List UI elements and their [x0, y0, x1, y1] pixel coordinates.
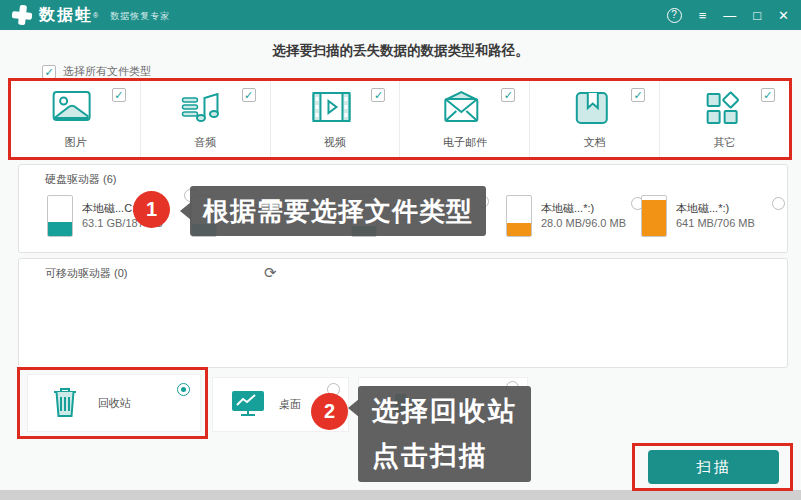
hard-drives-title: 硬盘驱动器 (6): [45, 172, 117, 187]
drive-icon: [506, 195, 532, 237]
drive-size: 28.0 MB/96.0 MB: [541, 216, 626, 231]
minimize-icon[interactable]: —: [723, 9, 736, 22]
drive-5[interactable]: 本地磁...*:) 641 MB/706 MB: [641, 195, 789, 247]
drive-name: 本地磁...*:): [676, 201, 755, 216]
app-name: 数据蛙: [39, 5, 93, 26]
select-all-file-types[interactable]: ✓ 选择所有文件类型: [42, 64, 151, 79]
email-checkbox[interactable]: ✓: [501, 88, 515, 102]
audio-icon: [180, 89, 224, 131]
location-recycle-bin[interactable]: 回收站: [27, 374, 201, 432]
image-icon: [51, 89, 93, 129]
email-icon: [438, 89, 484, 129]
images-checkbox[interactable]: ✓: [112, 88, 126, 102]
file-type-other[interactable]: ✓ 其它: [660, 81, 789, 157]
location-label: 回收站: [98, 396, 131, 411]
other-checkbox[interactable]: ✓: [761, 88, 775, 102]
file-type-row: ✓ 图片 ✓ 音频 ✓ 视频 ✓ 电子邮件: [11, 81, 789, 157]
page-title: 选择要扫描的丢失数据的数据类型和路径。: [0, 42, 801, 60]
file-type-label: 文档: [530, 135, 659, 150]
trash-icon: [48, 383, 82, 423]
recycle-radio[interactable]: [177, 383, 190, 396]
refresh-icon[interactable]: ⟳: [264, 264, 277, 282]
file-type-label: 电子邮件: [400, 135, 529, 150]
annotation-step2-badge: 2: [311, 393, 348, 430]
annotation-step1-badge: 1: [133, 191, 170, 228]
annotation-step2-line1: 选择回收站: [372, 389, 517, 434]
close-icon[interactable]: ✕: [778, 9, 789, 22]
menu-icon[interactable]: ≡: [699, 9, 707, 22]
scan-button[interactable]: 扫描: [648, 450, 779, 484]
drive-name: 本地磁...*:): [541, 201, 626, 216]
file-type-label: 音频: [141, 135, 270, 150]
file-type-email[interactable]: ✓ 电子邮件: [400, 81, 530, 157]
video-icon: [310, 89, 354, 129]
titlebar: 数据蛙 ® 数据恢复专家 ? ≡ — □ ✕: [0, 0, 801, 30]
file-type-video[interactable]: ✓ 视频: [271, 81, 401, 157]
registered-mark: ®: [93, 12, 98, 19]
app-window: 数据蛙 ® 数据恢复专家 ? ≡ — □ ✕ 选择要扫描的丢失数据的数据类型和路…: [0, 0, 801, 500]
drive-size: 641 MB/706 MB: [676, 216, 755, 231]
file-type-images[interactable]: ✓ 图片: [11, 81, 141, 157]
select-all-checkbox[interactable]: ✓: [42, 65, 56, 79]
maximize-icon[interactable]: □: [753, 9, 761, 22]
document-icon: [572, 89, 612, 131]
drive-c[interactable]: 本地磁...C:) 63.1 GB/187 GB: [47, 195, 199, 247]
annotation-step1-tooltip: 根据需要选择文件类型: [190, 186, 486, 236]
drive-icon: [47, 195, 73, 237]
drive-4[interactable]: 本地磁...*:) 28.0 MB/96.0 MB: [506, 195, 658, 247]
file-type-audio[interactable]: ✓ 音频: [141, 81, 271, 157]
file-type-label: 图片: [11, 135, 140, 150]
app-logo-cross-icon: [12, 5, 32, 25]
audio-checkbox[interactable]: ✓: [242, 88, 256, 102]
file-type-label: 视频: [271, 135, 400, 150]
documents-checkbox[interactable]: ✓: [631, 88, 645, 102]
other-icon: [700, 89, 742, 131]
help-icon[interactable]: ?: [667, 8, 682, 23]
annotation-step2-tooltip: 选择回收站 点击扫描: [358, 386, 531, 482]
video-checkbox[interactable]: ✓: [371, 88, 385, 102]
annotation-step2-line2: 点击扫描: [372, 434, 517, 479]
drive-icon: [641, 195, 667, 237]
removable-drives-title: 可移动驱动器 (0): [45, 266, 128, 281]
file-type-label: 其它: [660, 135, 789, 150]
app-subtitle: 数据恢复专家: [110, 10, 170, 23]
select-all-label: 选择所有文件类型: [63, 64, 151, 79]
file-type-documents[interactable]: ✓ 文档: [530, 81, 660, 157]
location-label: 桌面: [279, 397, 301, 412]
drive-radio[interactable]: [772, 197, 785, 210]
desktop-icon: [229, 388, 267, 422]
window-bottom-edge: [0, 490, 801, 500]
removable-drives-panel: 可移动驱动器 (0) ⟳: [18, 258, 788, 368]
